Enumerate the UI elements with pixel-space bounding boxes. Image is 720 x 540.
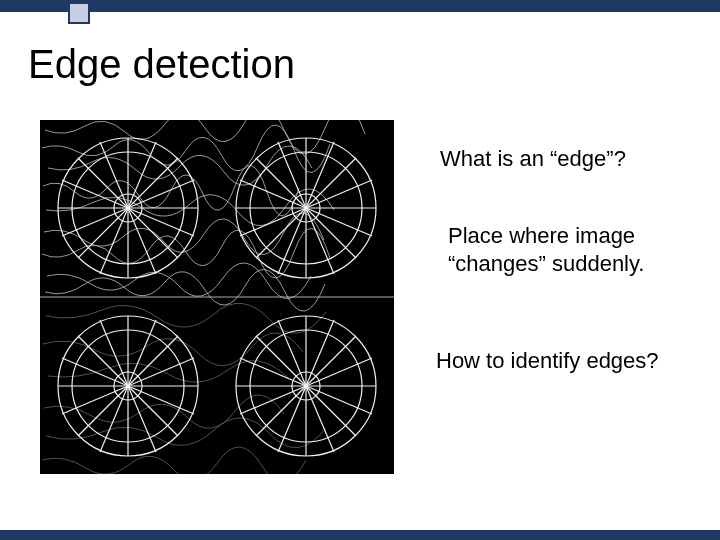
definition-text: Place where image “changes” suddenly. [448, 222, 645, 277]
slide-accent-square [68, 2, 90, 24]
definition-line-2: “changes” suddenly. [448, 251, 645, 276]
header-bar [0, 0, 720, 12]
definition-line-1: Place where image [448, 223, 635, 248]
question-1: What is an “edge”? [440, 146, 626, 172]
edge-detection-image [40, 120, 394, 474]
slide-title: Edge detection [28, 42, 295, 87]
footer-bar [0, 530, 720, 540]
question-2: How to identify edges? [436, 348, 659, 374]
